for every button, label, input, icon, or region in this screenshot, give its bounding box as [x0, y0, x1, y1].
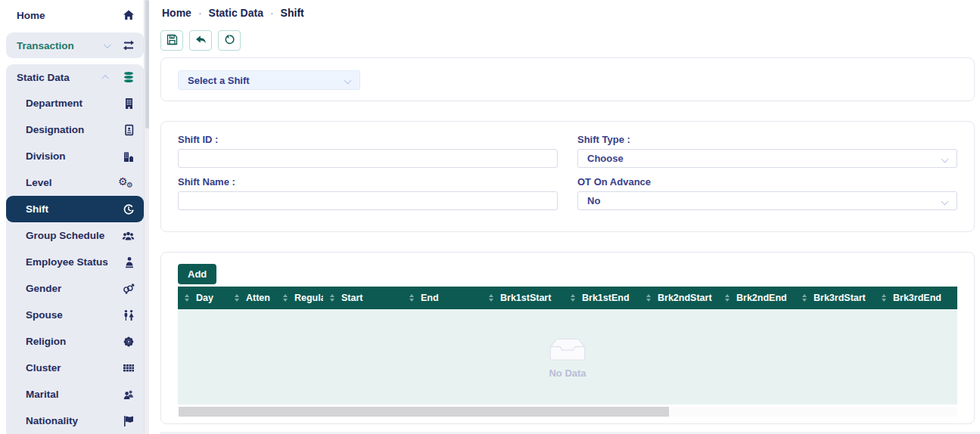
sidebar-scrollbar[interactable]	[144, 0, 149, 434]
sidebar-item-cluster[interactable]: Cluster	[6, 355, 144, 381]
sidebar-item-label: Shift	[26, 203, 48, 215]
sidebar-item-transaction[interactable]: Transaction	[6, 33, 144, 58]
sidebar-item-designation[interactable]: Designation	[6, 116, 144, 143]
column-header-brk2ndend[interactable]: Brk2ndEnd	[718, 287, 795, 309]
sort-icon[interactable]	[235, 294, 239, 302]
shift-form-card: Shift ID : Shift Type : Choose Shift Nam…	[160, 121, 975, 232]
religion-icon	[120, 336, 135, 348]
empty-inbox-icon	[548, 336, 587, 361]
column-header-brk3rdstart[interactable]: Brk3rdStart	[795, 287, 875, 309]
horizontal-scrollbar-thumb[interactable]	[179, 407, 669, 417]
reset-button[interactable]	[218, 30, 241, 51]
reset-icon	[224, 34, 235, 48]
sort-icon[interactable]	[571, 294, 575, 302]
column-header-start[interactable]: Start	[323, 287, 403, 309]
sort-icon[interactable]	[283, 294, 288, 302]
sidebar-item-label: Spouse	[26, 309, 63, 321]
undo-button[interactable]	[189, 30, 212, 51]
sidebar-item-label: Group Schedule	[26, 230, 104, 241]
shift-name-input[interactable]	[178, 191, 558, 210]
shift-id-label: Shift ID :	[178, 134, 558, 145]
sidebar-item-label: Religion	[26, 336, 66, 347]
chevron-down-icon	[941, 198, 949, 206]
sidebar-item-shift[interactable]: Shift	[6, 196, 144, 222]
sidebar-group-static-data: Static Data Department Designation Divis…	[6, 64, 144, 434]
column-header-regular[interactable]: Regular	[276, 287, 323, 309]
sidebar-item-label: Nationality	[26, 415, 78, 426]
chevron-down-icon	[941, 156, 949, 163]
home-icon	[120, 9, 135, 21]
breadcrumb-separator: ·	[198, 7, 202, 19]
toolbar	[160, 30, 241, 51]
shift-type-select[interactable]: Choose	[577, 149, 957, 168]
sidebar-item-label: Static Data	[17, 72, 70, 83]
gender-icon	[120, 283, 135, 295]
save-button[interactable]	[160, 30, 183, 51]
undo-icon	[195, 34, 207, 48]
sidebar-item-home[interactable]: Home	[6, 2, 144, 28]
database-icon	[120, 71, 135, 83]
sort-icon[interactable]	[185, 294, 189, 302]
sidebar-item-religion[interactable]: Religion	[6, 328, 144, 355]
sidebar-item-nationality[interactable]: Nationality	[6, 408, 144, 434]
sidebar-item-employee-status[interactable]: Employee Status	[6, 249, 144, 275]
breadcrumb-separator: ·	[270, 7, 274, 19]
ot-on-advance-select[interactable]: No	[577, 191, 957, 210]
sort-icon[interactable]	[802, 294, 807, 302]
sort-icon[interactable]	[725, 294, 730, 302]
add-button[interactable]: Add	[178, 264, 216, 284]
breadcrumb-static-data[interactable]: Static Data	[209, 7, 263, 19]
column-header-brk1stend[interactable]: Brk1stEnd	[564, 287, 639, 309]
sort-icon[interactable]	[489, 294, 493, 302]
sidebar-item-division[interactable]: Division	[6, 143, 144, 169]
sidebar-item-static-data[interactable]: Static Data	[6, 64, 144, 90]
transaction-icon	[120, 39, 135, 51]
group-icon	[120, 230, 135, 242]
shift-days-table-card: Add Day Atten Regular Start End Brk1stSt…	[160, 252, 975, 424]
main-content: Home · Static Data · Shift Select a Shif…	[149, 0, 980, 434]
sort-icon[interactable]	[330, 294, 334, 302]
sidebar-item-spouse[interactable]: Spouse	[6, 302, 144, 328]
sidebar-item-gender[interactable]: Gender	[6, 275, 144, 302]
shift-id-field-group: Shift ID :	[178, 134, 558, 168]
column-header-end[interactable]: End	[403, 287, 482, 309]
shift-name-field-group: Shift Name :	[178, 176, 558, 210]
sort-icon[interactable]	[409, 294, 414, 302]
shift-history-icon	[120, 203, 135, 215]
shift-id-input[interactable]	[178, 149, 558, 168]
marital-icon	[120, 389, 135, 401]
sidebar-item-marital[interactable]: Marital	[6, 381, 144, 408]
column-header-day[interactable]: Day	[178, 287, 228, 309]
column-header-atten[interactable]: Atten	[228, 287, 276, 309]
sidebar-item-group-schedule[interactable]: Group Schedule	[6, 222, 144, 249]
chevron-up-icon	[101, 74, 109, 82]
ot-on-advance-field-group: OT On Advance No	[577, 176, 957, 210]
column-header-brk3rdend[interactable]: Brk3rdEnd	[875, 287, 957, 309]
shift-name-label: Shift Name :	[178, 176, 558, 188]
shift-days-table: Day Atten Regular Start End Brk1stStart …	[178, 287, 957, 417]
column-header-brk1ststart[interactable]: Brk1stStart	[482, 287, 564, 309]
spouse-icon	[120, 309, 135, 321]
horizontal-scrollbar[interactable]	[178, 407, 957, 417]
sidebar-item-department[interactable]: Department	[6, 90, 144, 116]
sidebar-item-label: Employee Status	[26, 256, 108, 268]
flag-icon	[120, 415, 135, 427]
breadcrumb: Home · Static Data · Shift	[162, 7, 304, 19]
shift-type-value: Choose	[587, 153, 624, 164]
sidebar-item-label: Division	[26, 150, 66, 162]
breadcrumb-current-page: Shift	[281, 7, 304, 19]
shift-type-field-group: Shift Type : Choose	[577, 134, 957, 168]
sidebar-item-label: Transaction	[17, 40, 74, 51]
shift-type-label: Shift Type :	[577, 134, 957, 145]
sidebar-item-label: Cluster	[26, 362, 61, 374]
table-header-row: Day Atten Regular Start End Brk1stStart …	[178, 287, 957, 309]
sort-icon[interactable]	[646, 294, 651, 302]
breadcrumb-home[interactable]: Home	[162, 7, 191, 19]
sidebar-item-level[interactable]: Level ⚙ ⚙	[6, 169, 144, 196]
ot-on-advance-value: No	[587, 195, 600, 206]
select-a-shift-dropdown[interactable]: Select a Shift	[178, 70, 360, 90]
designation-icon	[120, 124, 135, 136]
sidebar-item-label: Designation	[26, 124, 84, 135]
column-header-brk2ndstart[interactable]: Brk2ndStart	[639, 287, 718, 309]
sort-icon[interactable]	[882, 294, 886, 302]
